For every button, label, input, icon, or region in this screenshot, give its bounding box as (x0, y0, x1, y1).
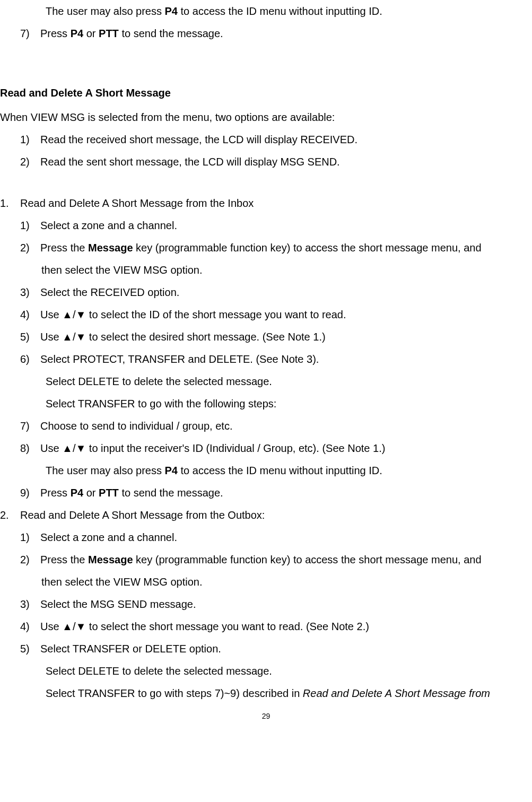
step-item: 2)Press the Message key (programmable fu… (20, 548, 532, 571)
step-item: 1)Select a zone and a channel. (20, 214, 532, 237)
step-item: 3)Select the MSG SEND message. (20, 593, 532, 615)
text: Press the (40, 554, 88, 565)
text: Use ▲/▼ to select the desired short mess… (40, 331, 326, 343)
text: Read the received short message, the LCD… (40, 134, 357, 145)
step-number: 4) (20, 303, 40, 326)
sub-step: Select DELETE to delete the selected mes… (46, 370, 532, 393)
step-number: 5) (20, 326, 40, 348)
step-number: 3) (20, 281, 40, 303)
section-number: 2. (0, 504, 20, 526)
step-number: 8) (20, 437, 40, 459)
numbered-section: 1.Read and Delete A Short Message from t… (0, 192, 532, 214)
page-number: 29 (0, 709, 532, 724)
sub-step: The user may also press P4 to access the… (46, 459, 532, 482)
key-name: Message (88, 554, 133, 565)
text: or (83, 487, 99, 499)
step-item: 5)Select TRANSFER or DELETE option. (20, 638, 532, 660)
step-number: 6) (20, 348, 40, 370)
step-item: 4)Use ▲/▼ to select the ID of the short … (20, 303, 532, 326)
key-name: P4 (165, 465, 178, 476)
spacer (0, 173, 532, 192)
key-name: P4 (165, 5, 178, 17)
step-number: 7) (20, 415, 40, 437)
numbered-section: 2.Read and Delete A Short Message from t… (0, 504, 532, 526)
step-number: 3) (20, 593, 40, 615)
text: Press (40, 28, 71, 39)
text: Use ▲/▼ to select the short message you … (40, 621, 369, 632)
text: key (programmable function key) to acces… (133, 554, 482, 565)
text: to send the message. (119, 487, 223, 499)
text: Select a zone and a channel. (40, 531, 177, 543)
text: The user may also press (46, 465, 165, 476)
step-item: 7)Press P4 or PTT to send the message. (20, 22, 532, 45)
sub-step: Select DELETE to delete the selected mes… (46, 660, 532, 682)
continuation-line: then select the VIEW MSG option. (41, 571, 532, 593)
step-item: 5)Use ▲/▼ to select the desired short me… (20, 326, 532, 348)
step-item: 4)Use ▲/▼ to select the short message yo… (20, 615, 532, 638)
text: Select TRANSFER or DELETE option. (40, 643, 221, 655)
key-name: P4 (71, 487, 83, 499)
step-item: 8)Use ▲/▼ to input the receiver's ID (In… (20, 437, 532, 459)
text: Select the RECEIVED option. (40, 286, 179, 298)
text: The user may also press (46, 5, 165, 17)
section-title: Read and Delete A Short Message from the… (20, 509, 265, 521)
section-title: Read and Delete A Short Message from the… (20, 197, 254, 209)
step-item: 2)Press the Message key (programmable fu… (20, 237, 532, 259)
step-item: 1)Select a zone and a channel. (20, 526, 532, 548)
paragraph: When VIEW MSG is selected from the menu,… (0, 106, 532, 128)
key-name: P4 (71, 28, 83, 39)
text: to access the ID menu without inputting … (178, 465, 382, 476)
document-page: The user may also press P4 to access the… (0, 0, 532, 735)
step-number: 9) (20, 482, 40, 504)
text: or (83, 28, 99, 39)
text: Press the (40, 242, 88, 254)
step-item: 7)Choose to send to individual / group, … (20, 415, 532, 437)
step-number: 4) (20, 615, 40, 638)
step-item: 9)Press P4 or PTT to send the message. (20, 482, 532, 504)
step-number: 1) (20, 214, 40, 237)
key-name: PTT (99, 28, 119, 39)
text: Select the MSG SEND message. (40, 598, 196, 610)
step-item: 6)Select PROTECT, TRANSFER and DELETE. (… (20, 348, 532, 370)
continuation-line: then select the VIEW MSG option. (41, 259, 532, 281)
text: to send the message. (119, 28, 223, 39)
text: Use ▲/▼ to select the ID of the short me… (40, 309, 346, 320)
step-number: 5) (20, 638, 40, 660)
step-number: 7) (20, 22, 40, 45)
text: Press (40, 487, 71, 499)
text: Choose to send to individual / group, et… (40, 420, 232, 432)
key-name: PTT (99, 487, 119, 499)
continuation-line: The user may also press P4 to access the… (46, 0, 532, 22)
reference-title: Read and Delete A Short Message from (303, 687, 490, 699)
step-number: 2) (20, 548, 40, 571)
key-name: Message (88, 242, 133, 254)
text: Select a zone and a channel. (40, 220, 177, 231)
list-item: 1)Read the received short message, the L… (20, 128, 532, 151)
step-number: 1) (20, 526, 40, 548)
text: to access the ID menu without inputting … (178, 5, 382, 17)
list-item: 2)Read the sent short message, the LCD w… (20, 151, 532, 173)
sub-step: Select TRANSFER to go with the following… (46, 393, 532, 415)
item-number: 1) (20, 128, 40, 151)
section-heading: Read and Delete A Short Message (0, 82, 532, 104)
sub-step: Select TRANSFER to go with steps 7)~9) d… (46, 682, 532, 704)
text: key (programmable function key) to acces… (133, 242, 482, 254)
text: Select TRANSFER to go with steps 7)~9) d… (46, 687, 303, 699)
item-number: 2) (20, 151, 40, 173)
section-number: 1. (0, 192, 20, 214)
step-number: 2) (20, 237, 40, 259)
text: Select PROTECT, TRANSFER and DELETE. (Se… (40, 353, 319, 365)
text: Read the sent short message, the LCD wil… (40, 156, 340, 168)
step-item: 3)Select the RECEIVED option. (20, 281, 532, 303)
text: Use ▲/▼ to input the receiver's ID (Indi… (40, 442, 385, 454)
